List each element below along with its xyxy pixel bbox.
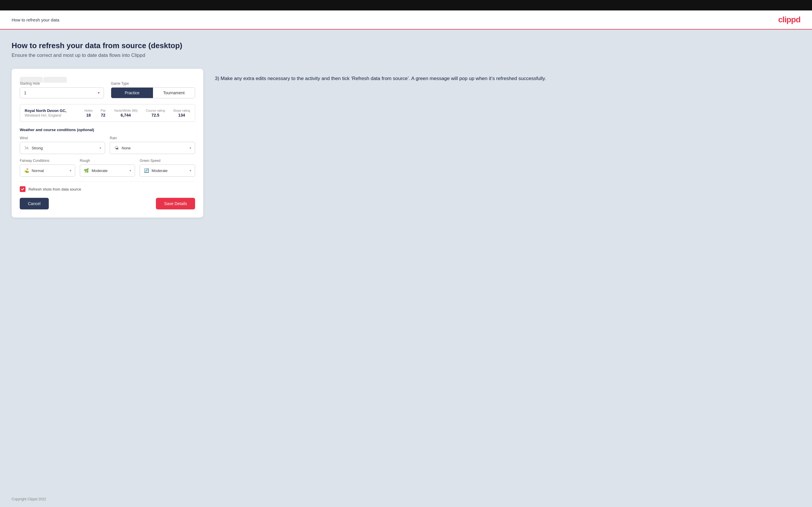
page-subtitle: Ensure the correct and most up to date d… [12, 53, 800, 58]
fairway-group: Fairway Conditions ⛳ Normal ▾ [20, 159, 75, 177]
content-row: Starting Hole 1 ▾ Game Type Practice Tou… [12, 69, 800, 218]
wind-value: Strong [32, 146, 97, 150]
course-rating-label: Course rating [146, 109, 165, 112]
save-button[interactable]: Save Details [156, 198, 195, 210]
starting-hole-select[interactable]: 1 ▾ [20, 87, 104, 98]
tournament-button[interactable]: Tournament [153, 88, 195, 98]
refresh-checkbox-label: Refresh shots from data source [29, 187, 81, 191]
green-speed-group: Green Speed 🔄 Moderate ▾ [140, 159, 195, 177]
rough-select[interactable]: 🌿 Moderate ▾ [80, 164, 135, 177]
game-type-group: Game Type Practice Tournament [111, 81, 195, 98]
stat-yards: Yards/White (M)) 6,744 [114, 109, 138, 117]
stat-course-rating: Course rating 72.5 [146, 109, 165, 117]
button-row: Cancel Save Details [20, 198, 195, 210]
par-label: Par [101, 109, 106, 112]
rain-icon: 🌤 [113, 145, 119, 151]
starting-hole-value: 1 [24, 91, 27, 95]
green-speed-chevron-icon: ▾ [190, 169, 191, 173]
course-location: Westward Ho!, England [25, 113, 66, 117]
sidebar-description: 3) Make any extra edits necessary to the… [215, 74, 800, 82]
wind-select[interactable]: 🌬 Strong ▾ [20, 142, 105, 154]
stat-slope-rating: Slope rating 134 [173, 109, 190, 117]
conditions-row-2: Fairway Conditions ⛳ Normal ▾ Rough 🌿 Mo… [20, 159, 195, 177]
holes-label: Holes [85, 109, 93, 112]
refresh-checkbox[interactable] [20, 186, 26, 192]
top-bar [0, 0, 812, 10]
header-title: How to refresh your data [12, 17, 59, 22]
rain-chevron-icon: ▾ [190, 146, 191, 150]
fairway-value: Normal [32, 169, 67, 173]
rain-group: Rain 🌤 None ▾ [110, 136, 195, 154]
course-rating-value: 72.5 [152, 113, 159, 117]
starting-hole-group: Starting Hole 1 ▾ [20, 81, 104, 98]
course-info: Royal North Devon GC, Westward Ho!, Engl… [25, 109, 66, 117]
game-type-toggle: Practice Tournament [111, 87, 195, 98]
starting-hole-label: Starting Hole [20, 81, 104, 86]
fairway-select[interactable]: ⛳ Normal ▾ [20, 164, 75, 177]
rain-select[interactable]: 🌤 None ▾ [110, 142, 195, 154]
stat-holes: Holes 18 [85, 109, 93, 117]
slope-rating-label: Slope rating [173, 109, 190, 112]
footer: Copyright Clippd 2022 [0, 494, 812, 507]
slope-rating-value: 134 [178, 113, 185, 117]
par-value: 72 [101, 113, 106, 117]
header: How to refresh your data clippd [0, 10, 812, 30]
rough-chevron-icon: ▾ [130, 169, 131, 173]
course-name: Royal North Devon GC, [25, 109, 66, 113]
green-speed-icon: 🔄 [143, 168, 149, 173]
form-card: Starting Hole 1 ▾ Game Type Practice Tou… [12, 69, 203, 218]
page-title: How to refresh your data from source (de… [12, 41, 800, 50]
holes-value: 18 [86, 113, 91, 117]
course-row: Royal North Devon GC, Westward Ho!, Engl… [20, 104, 195, 122]
wind-icon: 🌬 [23, 145, 29, 151]
rain-label: Rain [110, 136, 195, 140]
fairway-chevron-icon: ▾ [70, 169, 71, 173]
fairway-icon: ⛳ [23, 168, 29, 173]
field-row-top: Starting Hole 1 ▾ Game Type Practice Tou… [20, 81, 195, 98]
rough-icon: 🌿 [84, 168, 89, 173]
main-content: How to refresh your data from source (de… [0, 30, 812, 494]
green-speed-value: Moderate [152, 169, 187, 173]
rough-group: Rough 🌿 Moderate ▾ [80, 159, 135, 177]
cancel-button[interactable]: Cancel [20, 198, 49, 210]
checkmark-icon [21, 187, 24, 191]
yards-value: 6,744 [121, 113, 131, 117]
wind-rain-row: Wind 🌬 Strong ▾ Rain 🌤 None ▾ [20, 136, 195, 154]
stat-par: Par 72 [101, 109, 106, 117]
green-speed-label: Green Speed [140, 159, 195, 163]
rain-value: None [122, 146, 187, 150]
refresh-checkbox-row: Refresh shots from data source [20, 186, 195, 192]
green-speed-select[interactable]: 🔄 Moderate ▾ [140, 164, 195, 177]
footer-copyright: Copyright Clippd 2022 [12, 497, 46, 501]
game-type-label: Game Type [111, 81, 195, 86]
starting-hole-chevron-icon: ▾ [98, 91, 100, 95]
course-stats: Holes 18 Par 72 Yards/White (M)) 6,744 C… [85, 109, 190, 117]
wind-chevron-icon: ▾ [100, 146, 101, 150]
rough-value: Moderate [92, 169, 128, 173]
conditions-title: Weather and course conditions (optional) [20, 128, 195, 132]
logo: clippd [778, 15, 800, 24]
sidebar-text: 3) Make any extra edits necessary to the… [215, 69, 800, 82]
rough-label: Rough [80, 159, 135, 163]
wind-group: Wind 🌬 Strong ▾ [20, 136, 105, 154]
yards-label: Yards/White (M)) [114, 109, 138, 112]
fairway-label: Fairway Conditions [20, 159, 75, 163]
practice-button[interactable]: Practice [111, 88, 153, 98]
wind-label: Wind [20, 136, 105, 140]
